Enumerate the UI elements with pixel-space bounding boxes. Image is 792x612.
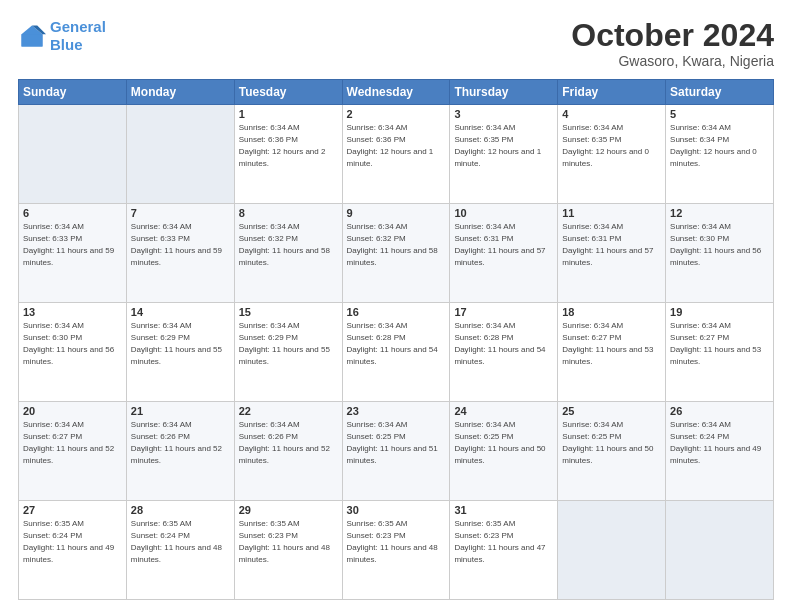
daylight-text: Daylight: 12 hours and 1 minute. bbox=[454, 146, 553, 170]
sunrise-text: Sunrise: 6:34 AM bbox=[239, 419, 338, 431]
sunset-text: Sunset: 6:33 PM bbox=[23, 233, 122, 245]
day-number: 16 bbox=[347, 306, 446, 318]
daylight-text: Daylight: 11 hours and 57 minutes. bbox=[454, 245, 553, 269]
week-row-4: 20 Sunrise: 6:34 AM Sunset: 6:27 PM Dayl… bbox=[19, 402, 774, 501]
calendar-cell: 2 Sunrise: 6:34 AM Sunset: 6:36 PM Dayli… bbox=[342, 105, 450, 204]
day-info: Sunrise: 6:34 AM Sunset: 6:27 PM Dayligh… bbox=[562, 320, 661, 368]
daylight-text: Daylight: 12 hours and 0 minutes. bbox=[670, 146, 769, 170]
day-number: 28 bbox=[131, 504, 230, 516]
calendar-cell: 22 Sunrise: 6:34 AM Sunset: 6:26 PM Dayl… bbox=[234, 402, 342, 501]
sunrise-text: Sunrise: 6:34 AM bbox=[131, 419, 230, 431]
sunset-text: Sunset: 6:28 PM bbox=[454, 332, 553, 344]
day-number: 20 bbox=[23, 405, 122, 417]
sunrise-text: Sunrise: 6:34 AM bbox=[562, 419, 661, 431]
calendar-cell: 10 Sunrise: 6:34 AM Sunset: 6:31 PM Dayl… bbox=[450, 204, 558, 303]
sunrise-text: Sunrise: 6:34 AM bbox=[670, 419, 769, 431]
title-block: October 2024 Gwasoro, Kwara, Nigeria bbox=[571, 18, 774, 69]
day-number: 3 bbox=[454, 108, 553, 120]
daylight-text: Daylight: 11 hours and 48 minutes. bbox=[131, 542, 230, 566]
day-info: Sunrise: 6:34 AM Sunset: 6:33 PM Dayligh… bbox=[131, 221, 230, 269]
sunrise-text: Sunrise: 6:34 AM bbox=[454, 221, 553, 233]
day-info: Sunrise: 6:34 AM Sunset: 6:33 PM Dayligh… bbox=[23, 221, 122, 269]
calendar-cell: 27 Sunrise: 6:35 AM Sunset: 6:24 PM Dayl… bbox=[19, 501, 127, 600]
daylight-text: Daylight: 11 hours and 58 minutes. bbox=[347, 245, 446, 269]
day-info: Sunrise: 6:35 AM Sunset: 6:23 PM Dayligh… bbox=[347, 518, 446, 566]
day-number: 31 bbox=[454, 504, 553, 516]
sunset-text: Sunset: 6:25 PM bbox=[347, 431, 446, 443]
calendar-cell: 16 Sunrise: 6:34 AM Sunset: 6:28 PM Dayl… bbox=[342, 303, 450, 402]
daylight-text: Daylight: 12 hours and 0 minutes. bbox=[562, 146, 661, 170]
calendar-cell: 7 Sunrise: 6:34 AM Sunset: 6:33 PM Dayli… bbox=[126, 204, 234, 303]
day-number: 24 bbox=[454, 405, 553, 417]
calendar-cell: 28 Sunrise: 6:35 AM Sunset: 6:24 PM Dayl… bbox=[126, 501, 234, 600]
calendar-cell: 25 Sunrise: 6:34 AM Sunset: 6:25 PM Dayl… bbox=[558, 402, 666, 501]
day-info: Sunrise: 6:34 AM Sunset: 6:25 PM Dayligh… bbox=[562, 419, 661, 467]
day-info: Sunrise: 6:35 AM Sunset: 6:24 PM Dayligh… bbox=[131, 518, 230, 566]
sunset-text: Sunset: 6:30 PM bbox=[670, 233, 769, 245]
calendar-cell: 13 Sunrise: 6:34 AM Sunset: 6:30 PM Dayl… bbox=[19, 303, 127, 402]
logo: General Blue bbox=[18, 18, 106, 54]
sunset-text: Sunset: 6:26 PM bbox=[131, 431, 230, 443]
sunset-text: Sunset: 6:24 PM bbox=[131, 530, 230, 542]
day-info: Sunrise: 6:34 AM Sunset: 6:29 PM Dayligh… bbox=[239, 320, 338, 368]
calendar-cell: 19 Sunrise: 6:34 AM Sunset: 6:27 PM Dayl… bbox=[666, 303, 774, 402]
day-info: Sunrise: 6:34 AM Sunset: 6:27 PM Dayligh… bbox=[23, 419, 122, 467]
col-friday: Friday bbox=[558, 80, 666, 105]
calendar-cell: 8 Sunrise: 6:34 AM Sunset: 6:32 PM Dayli… bbox=[234, 204, 342, 303]
logo-blue: Blue bbox=[50, 36, 83, 53]
sunrise-text: Sunrise: 6:34 AM bbox=[23, 320, 122, 332]
sunrise-text: Sunrise: 6:34 AM bbox=[670, 122, 769, 134]
day-number: 2 bbox=[347, 108, 446, 120]
calendar-cell: 5 Sunrise: 6:34 AM Sunset: 6:34 PM Dayli… bbox=[666, 105, 774, 204]
sunrise-text: Sunrise: 6:34 AM bbox=[347, 221, 446, 233]
daylight-text: Daylight: 11 hours and 52 minutes. bbox=[239, 443, 338, 467]
daylight-text: Daylight: 11 hours and 50 minutes. bbox=[562, 443, 661, 467]
daylight-text: Daylight: 12 hours and 1 minute. bbox=[347, 146, 446, 170]
day-info: Sunrise: 6:34 AM Sunset: 6:29 PM Dayligh… bbox=[131, 320, 230, 368]
calendar-cell bbox=[558, 501, 666, 600]
daylight-text: Daylight: 11 hours and 55 minutes. bbox=[131, 344, 230, 368]
sunrise-text: Sunrise: 6:35 AM bbox=[454, 518, 553, 530]
sunset-text: Sunset: 6:31 PM bbox=[454, 233, 553, 245]
daylight-text: Daylight: 11 hours and 51 minutes. bbox=[347, 443, 446, 467]
sunrise-text: Sunrise: 6:34 AM bbox=[454, 419, 553, 431]
calendar-header-row: Sunday Monday Tuesday Wednesday Thursday… bbox=[19, 80, 774, 105]
week-row-5: 27 Sunrise: 6:35 AM Sunset: 6:24 PM Dayl… bbox=[19, 501, 774, 600]
sunset-text: Sunset: 6:36 PM bbox=[347, 134, 446, 146]
sunset-text: Sunset: 6:32 PM bbox=[239, 233, 338, 245]
svg-rect-2 bbox=[22, 34, 43, 46]
sunset-text: Sunset: 6:24 PM bbox=[670, 431, 769, 443]
day-number: 6 bbox=[23, 207, 122, 219]
sunrise-text: Sunrise: 6:34 AM bbox=[670, 320, 769, 332]
day-number: 7 bbox=[131, 207, 230, 219]
calendar-cell: 6 Sunrise: 6:34 AM Sunset: 6:33 PM Dayli… bbox=[19, 204, 127, 303]
sunrise-text: Sunrise: 6:35 AM bbox=[23, 518, 122, 530]
sunset-text: Sunset: 6:26 PM bbox=[239, 431, 338, 443]
sunset-text: Sunset: 6:27 PM bbox=[670, 332, 769, 344]
header: General Blue October 2024 Gwasoro, Kwara… bbox=[18, 18, 774, 69]
daylight-text: Daylight: 11 hours and 48 minutes. bbox=[347, 542, 446, 566]
daylight-text: Daylight: 11 hours and 54 minutes. bbox=[347, 344, 446, 368]
calendar-subtitle: Gwasoro, Kwara, Nigeria bbox=[571, 53, 774, 69]
day-number: 21 bbox=[131, 405, 230, 417]
day-info: Sunrise: 6:34 AM Sunset: 6:31 PM Dayligh… bbox=[562, 221, 661, 269]
day-info: Sunrise: 6:35 AM Sunset: 6:23 PM Dayligh… bbox=[239, 518, 338, 566]
calendar-cell: 29 Sunrise: 6:35 AM Sunset: 6:23 PM Dayl… bbox=[234, 501, 342, 600]
daylight-text: Daylight: 11 hours and 53 minutes. bbox=[670, 344, 769, 368]
logo-general: General bbox=[50, 18, 106, 35]
sunrise-text: Sunrise: 6:34 AM bbox=[454, 320, 553, 332]
day-info: Sunrise: 6:34 AM Sunset: 6:28 PM Dayligh… bbox=[347, 320, 446, 368]
sunrise-text: Sunrise: 6:34 AM bbox=[562, 221, 661, 233]
day-number: 17 bbox=[454, 306, 553, 318]
sunset-text: Sunset: 6:24 PM bbox=[23, 530, 122, 542]
calendar-cell: 4 Sunrise: 6:34 AM Sunset: 6:35 PM Dayli… bbox=[558, 105, 666, 204]
day-info: Sunrise: 6:34 AM Sunset: 6:26 PM Dayligh… bbox=[131, 419, 230, 467]
sunset-text: Sunset: 6:25 PM bbox=[562, 431, 661, 443]
calendar-title: October 2024 bbox=[571, 18, 774, 53]
sunset-text: Sunset: 6:35 PM bbox=[454, 134, 553, 146]
day-number: 1 bbox=[239, 108, 338, 120]
sunset-text: Sunset: 6:29 PM bbox=[239, 332, 338, 344]
day-number: 14 bbox=[131, 306, 230, 318]
sunset-text: Sunset: 6:23 PM bbox=[239, 530, 338, 542]
sunset-text: Sunset: 6:34 PM bbox=[670, 134, 769, 146]
